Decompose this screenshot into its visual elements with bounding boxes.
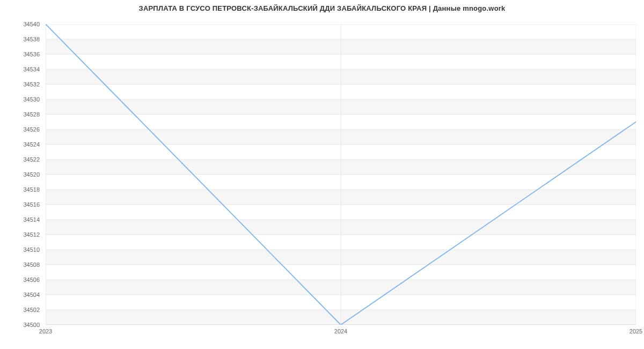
y-tick-label: 34540 [23, 21, 40, 27]
chart-container: ЗАРПЛАТА В ГСУСО ПЕТРОВСК-ЗАБАЙКАЛЬСКИЙ … [0, 0, 644, 349]
y-tick-label: 34514 [23, 216, 40, 223]
chart-title: ЗАРПЛАТА В ГСУСО ПЕТРОВСК-ЗАБАЙКАЛЬСКИЙ … [0, 4, 644, 12]
plot-area [46, 24, 636, 325]
y-tick-label: 34512 [23, 231, 40, 238]
y-axis-ticks: 3450034502345043450634508345103451234514… [0, 24, 43, 325]
y-tick-label: 34516 [23, 201, 40, 208]
y-tick-label: 34532 [23, 81, 40, 88]
x-tick-label: 2024 [334, 328, 347, 335]
y-tick-label: 34536 [23, 51, 40, 57]
y-tick-label: 34518 [23, 186, 40, 193]
y-tick-label: 34538 [23, 36, 40, 42]
y-tick-label: 34504 [23, 292, 40, 298]
x-tick-label: 2023 [39, 328, 52, 335]
y-tick-label: 34522 [23, 156, 40, 163]
y-tick-label: 34528 [23, 111, 40, 118]
y-tick-label: 34508 [23, 261, 40, 268]
y-tick-label: 34500 [23, 322, 40, 328]
y-tick-label: 34526 [23, 126, 40, 133]
y-tick-label: 34510 [23, 246, 40, 253]
y-tick-label: 34534 [23, 66, 40, 72]
y-tick-label: 34524 [23, 141, 40, 148]
y-tick-label: 34520 [23, 171, 40, 178]
chart-svg [46, 24, 636, 325]
y-tick-label: 34506 [23, 277, 40, 283]
y-tick-label: 34502 [23, 307, 40, 313]
y-tick-label: 34530 [23, 96, 40, 103]
x-axis-ticks: 202320242025 [46, 325, 636, 336]
x-tick-label: 2025 [630, 328, 642, 335]
